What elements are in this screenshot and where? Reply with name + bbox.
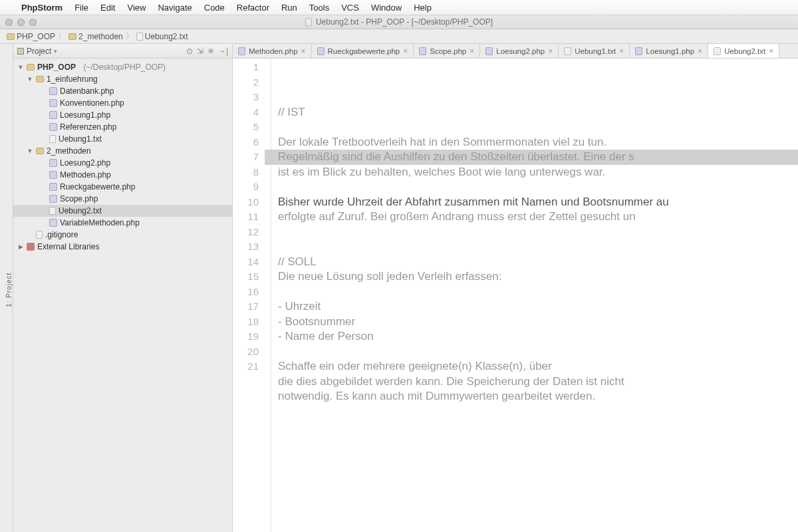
tree-file[interactable]: .gitignore — [13, 229, 232, 241]
gear-icon[interactable]: ✳ — [207, 47, 214, 56]
close-tab-icon[interactable]: × — [301, 47, 306, 56]
menu-code[interactable]: Code — [204, 3, 225, 13]
document-icon — [305, 18, 312, 26]
menu-tools[interactable]: Tools — [309, 3, 329, 13]
app-name[interactable]: PhpStorm — [21, 3, 63, 13]
file-icon — [49, 207, 56, 215]
tree-root[interactable]: ▼PHP_OOP (~/Desktop/PHP_OOP) — [13, 61, 232, 73]
tree-file[interactable]: Loesung1.php — [13, 109, 232, 121]
close-tab-icon[interactable]: × — [469, 47, 474, 56]
close-tab-icon[interactable]: × — [548, 47, 553, 56]
php-file-icon — [485, 47, 493, 55]
tree-file[interactable]: Referenzen.php — [13, 121, 232, 133]
tree-file[interactable]: Methoden.php — [13, 169, 232, 181]
php-file-icon — [49, 111, 57, 119]
dropdown-icon[interactable]: ▾ — [54, 48, 57, 55]
php-file-icon — [49, 123, 57, 131]
text-file-icon — [564, 47, 571, 55]
tree-file[interactable]: Scope.php — [13, 193, 232, 205]
tree-file[interactable]: Rueckgabewerte.php — [13, 181, 232, 193]
folder-icon — [27, 64, 35, 70]
menu-run[interactable]: Run — [281, 3, 297, 13]
menu-file[interactable]: File — [74, 3, 88, 13]
file-icon — [36, 231, 43, 239]
php-file-icon — [635, 47, 642, 55]
tree-external-libraries[interactable]: ▶External Libraries — [13, 241, 232, 253]
project-tool-button[interactable]: 1: Project — [5, 48, 13, 532]
tree-folder[interactable]: ▼2_methoden — [13, 145, 232, 157]
php-file-icon — [419, 47, 426, 55]
file-icon — [136, 33, 143, 41]
close-tab-icon[interactable]: × — [403, 47, 408, 56]
project-panel: Project ▾ ⊙ ⇲ ✳ →| ▼PHP_OOP (~/Desktop/P… — [13, 44, 233, 532]
menu-navigate[interactable]: Navigate — [158, 3, 192, 13]
folder-icon — [36, 148, 44, 154]
php-file-icon — [49, 99, 57, 107]
menu-help[interactable]: Help — [414, 3, 432, 13]
tab-methoden-php[interactable]: Methoden.php× — [233, 44, 312, 58]
macos-menubar: PhpStorm File Edit View Navigate Code Re… — [0, 0, 798, 15]
php-file-icon — [49, 219, 57, 227]
menu-refactor[interactable]: Refactor — [237, 3, 269, 13]
library-icon — [27, 243, 35, 251]
tab-scope-php[interactable]: Scope.php× — [414, 44, 480, 58]
php-file-icon — [317, 47, 325, 55]
php-file-icon — [49, 87, 57, 95]
tool-window-bar[interactable]: 1: Project — [0, 44, 13, 532]
hide-icon[interactable]: →| — [218, 47, 228, 56]
breadcrumb-item[interactable]: 2_methoden — [68, 32, 123, 41]
php-file-icon — [238, 47, 245, 55]
text-file-icon — [714, 47, 721, 55]
tree-folder[interactable]: ▼1_einfuehrung — [13, 73, 232, 85]
php-file-icon — [49, 183, 57, 191]
tree-file[interactable]: VariableMethoden.php — [13, 217, 232, 229]
tab-loesung2-php[interactable]: Loesung2.php× — [480, 44, 559, 58]
menu-vcs[interactable]: VCS — [341, 3, 359, 13]
tree-file[interactable]: Uebung2.txt — [13, 205, 232, 217]
project-icon — [17, 48, 24, 55]
editor-tabs: Methoden.php×Rueckgabewerte.php×Scope.ph… — [233, 44, 798, 59]
folder-icon — [68, 33, 76, 40]
tree-file[interactable]: Konventionen.php — [13, 97, 232, 109]
close-tab-icon[interactable]: × — [698, 47, 702, 56]
php-file-icon — [49, 171, 57, 179]
tab-uebung2-txt[interactable]: Uebung2.txt× — [708, 44, 779, 58]
code-editor[interactable]: 123456789101112131415161718192021 // IST… — [233, 59, 798, 532]
file-icon — [49, 135, 56, 143]
tab-uebung1-txt[interactable]: Uebung1.txt× — [559, 44, 630, 58]
line-gutter: 123456789101112131415161718192021 — [233, 59, 271, 532]
menu-window[interactable]: Window — [371, 3, 402, 13]
folder-icon — [7, 33, 15, 40]
breadcrumb-item[interactable]: PHP_OOP — [7, 32, 55, 41]
menu-edit[interactable]: Edit — [100, 3, 115, 13]
editor-area: Methoden.php×Rueckgabewerte.php×Scope.ph… — [233, 44, 798, 532]
close-tab-icon[interactable]: × — [619, 47, 624, 56]
breadcrumb-item[interactable]: Uebung2.txt — [136, 32, 188, 41]
tree-file[interactable]: Loesung2.php — [13, 157, 232, 169]
tree-file[interactable]: Uebung1.txt — [13, 133, 232, 145]
window-titlebar: Uebung2.txt - PHP_OOP - [~/Desktop/PHP_O… — [0, 15, 798, 29]
collapse-all-icon[interactable]: ⇲ — [197, 47, 203, 56]
window-close-icon[interactable] — [5, 19, 13, 26]
menu-view[interactable]: View — [127, 3, 146, 13]
breadcrumb: PHP_OOP 〉 2_methoden 〉 Uebung2.txt — [0, 29, 798, 44]
tree-file[interactable]: Datenbank.php — [13, 85, 232, 97]
tab-loesung1-php[interactable]: Loesung1.php× — [630, 44, 708, 58]
scroll-from-source-icon[interactable]: ⊙ — [186, 47, 193, 56]
php-file-icon — [49, 159, 57, 167]
folder-icon — [36, 76, 44, 82]
window-zoom-icon[interactable] — [29, 19, 37, 26]
code-content[interactable]: // IST Der lokale Tretbootverleih hat in… — [271, 59, 798, 532]
project-panel-header: Project ▾ ⊙ ⇲ ✳ →| — [13, 44, 232, 59]
window-minimize-icon[interactable] — [17, 19, 25, 26]
project-tree: ▼PHP_OOP (~/Desktop/PHP_OOP) ▼1_einfuehr… — [13, 59, 232, 255]
close-tab-icon[interactable]: × — [769, 47, 773, 56]
tab-rueckgabewerte-php[interactable]: Rueckgabewerte.php× — [312, 44, 414, 58]
php-file-icon — [49, 195, 57, 203]
window-title: Uebung2.txt - PHP_OOP - [~/Desktop/PHP_O… — [305, 17, 493, 27]
